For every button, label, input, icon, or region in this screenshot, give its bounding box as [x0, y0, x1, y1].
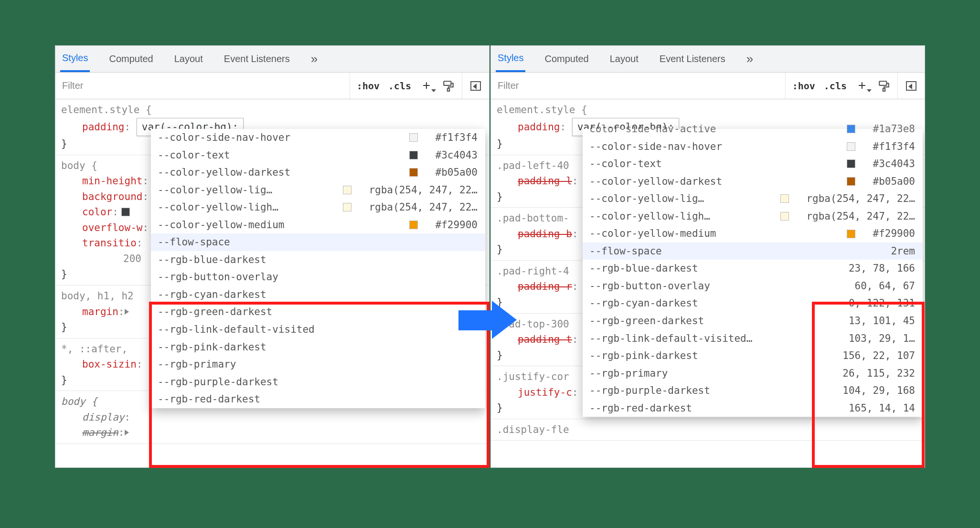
devtools-panel-after: StylesComputedLayoutEvent Listeners» Fil… — [490, 45, 925, 468]
tabstrip: StylesComputedLayoutEvent Listeners» — [55, 46, 489, 73]
color-swatch — [847, 159, 855, 168]
autocomplete-item[interactable]: --color-yellow-lig…rgba(254, 247, 22… — [583, 190, 923, 208]
color-swatch — [343, 203, 352, 211]
css-property[interactable]: margin — [82, 306, 118, 317]
autocomplete-item[interactable]: --rgb-link-default-visited — [151, 321, 485, 338]
autocomplete-item[interactable]: --rgb-primary26, 115, 232 — [583, 365, 923, 382]
autocomplete-item[interactable]: --rgb-pink-darkest — [151, 338, 485, 356]
tab-styles[interactable]: Styles — [60, 46, 90, 72]
tab-computed[interactable]: Computed — [543, 46, 590, 72]
color-swatch — [409, 133, 418, 142]
css-property[interactable]: padding-b — [518, 228, 572, 240]
more-tabs-icon[interactable]: » — [746, 52, 753, 66]
css-property[interactable]: display — [82, 412, 125, 423]
svg-rect-2 — [879, 81, 886, 85]
color-swatch[interactable] — [121, 208, 130, 216]
autocomplete-item[interactable]: --rgb-link-default-visited…103, 29, 1… — [583, 330, 923, 348]
autocomplete-item[interactable]: --rgb-blue-darkest — [151, 251, 485, 269]
css-property[interactable]: transitio — [82, 237, 137, 249]
css-property[interactable]: justify-c — [518, 387, 572, 398]
autocomplete-item[interactable]: --color-yellow-medium#f29900 — [583, 225, 923, 243]
tab-event-listeners[interactable]: Event Listeners — [658, 46, 727, 72]
paint-icon[interactable] — [877, 80, 891, 92]
autocomplete-item[interactable]: --color-text#3c4043 — [151, 147, 485, 164]
new-style-rule-button[interactable]: + — [855, 78, 869, 93]
styles-rules: element.style { padding: var(--color-bg)… — [55, 99, 489, 467]
autocomplete-item[interactable]: --rgb-button-overlay — [151, 268, 485, 286]
filter-input[interactable]: Filter — [55, 73, 350, 99]
toggle-sidebar-icon[interactable] — [905, 81, 918, 91]
autocomplete-item[interactable]: --rgb-primary — [151, 356, 485, 373]
color-swatch — [780, 194, 789, 203]
new-style-rule-button[interactable]: + — [420, 78, 433, 93]
autocomplete-item[interactable]: --flow-space — [151, 233, 485, 251]
cls-toggle[interactable]: .cls — [824, 80, 847, 92]
autocomplete-item[interactable]: --color-yellow-medium#f29900 — [151, 216, 485, 234]
autocomplete-item[interactable]: --rgb-green-darkest — [151, 303, 485, 321]
autocomplete-item[interactable]: --color-yellow-lig…rgba(254, 247, 22… — [151, 181, 485, 199]
tab-event-listeners[interactable]: Event Listeners — [222, 46, 292, 72]
color-swatch — [409, 221, 418, 229]
css-property[interactable]: color — [82, 206, 112, 218]
autocomplete-item[interactable]: --rgb-pink-darkest156, 22, 107 — [583, 347, 923, 365]
svg-rect-3 — [883, 88, 885, 91]
autocomplete-item[interactable]: --rgb-green-darkest13, 101, 45 — [583, 312, 923, 330]
color-swatch — [847, 177, 855, 186]
more-tabs-icon[interactable]: » — [311, 52, 318, 66]
devtools-panel-before: StylesComputedLayoutEvent Listeners» Fil… — [55, 45, 490, 468]
autocomplete-item[interactable]: --color-yellow-darkest#b05a00 — [151, 164, 485, 181]
autocomplete-item[interactable]: --rgb-purple-darkest — [151, 373, 485, 391]
svg-rect-1 — [447, 88, 449, 91]
autocomplete-item[interactable]: --color-yellow-darkest#b05a00 — [583, 173, 923, 190]
tab-layout[interactable]: Layout — [172, 46, 205, 72]
css-var-autocomplete[interactable]: --color-side-nav-hover#f1f3f4--color-tex… — [151, 129, 485, 408]
toggle-sidebar-icon[interactable] — [469, 81, 482, 91]
autocomplete-item[interactable]: --color-yellow-ligh…rgba(254, 247, 22… — [151, 199, 485, 216]
autocomplete-item[interactable]: --rgb-red-darkest — [151, 391, 485, 408]
autocomplete-item[interactable]: --rgb-purple-darkest104, 29, 168 — [583, 382, 923, 400]
paint-icon[interactable] — [442, 80, 455, 92]
cls-toggle[interactable]: .cls — [388, 80, 411, 92]
tab-computed[interactable]: Computed — [107, 46, 155, 72]
styles-rules: element.style { padding: var(--color-bg)… — [491, 99, 925, 467]
filter-bar: Filter :hov .cls + — [491, 73, 925, 99]
color-swatch — [780, 212, 789, 221]
color-swatch — [847, 142, 855, 151]
css-property[interactable]: padding-l — [518, 175, 572, 187]
tab-layout[interactable]: Layout — [608, 46, 640, 72]
filter-input[interactable]: Filter — [491, 73, 786, 99]
autocomplete-item[interactable]: --rgb-blue-darkest23, 78, 166 — [583, 260, 923, 277]
css-property[interactable]: padding-t — [518, 334, 572, 345]
css-property[interactable]: background — [82, 191, 142, 202]
autocomplete-item[interactable]: --rgb-button-overlay60, 64, 67 — [583, 277, 923, 295]
autocomplete-item[interactable]: --color-side-nav-hover#f1f3f4 — [583, 138, 923, 156]
autocomplete-item[interactable]: --rgb-cyan-darkest0, 122, 131 — [583, 295, 923, 312]
css-property[interactable]: margin — [82, 427, 118, 438]
color-swatch — [847, 125, 855, 133]
tab-styles[interactable]: Styles — [496, 46, 525, 72]
tabstrip: StylesComputedLayoutEvent Listeners» — [491, 46, 925, 73]
filter-bar: Filter :hov .cls + — [55, 73, 489, 99]
css-var-autocomplete[interactable]: color-side-nav-active#1a73e8--color-side… — [583, 129, 923, 417]
color-swatch — [343, 186, 352, 194]
hov-toggle[interactable]: :hov — [792, 80, 815, 92]
autocomplete-item[interactable]: --flow-space2rem — [583, 243, 923, 260]
svg-rect-0 — [444, 81, 451, 85]
autocomplete-item[interactable]: --color-side-nav-hover#f1f3f4 — [151, 129, 485, 147]
color-swatch — [847, 230, 855, 238]
hov-toggle[interactable]: :hov — [357, 80, 380, 92]
autocomplete-item[interactable]: --rgb-red-darkest165, 14, 14 — [583, 400, 923, 417]
css-property[interactable]: overflow-w — [82, 222, 142, 233]
color-swatch — [409, 168, 418, 177]
color-swatch — [409, 151, 418, 159]
autocomplete-item[interactable]: --color-text#3c4043 — [583, 155, 923, 173]
css-rule[interactable]: .display-fle — [491, 419, 925, 441]
autocomplete-item[interactable]: color-side-nav-active#1a73e8 — [583, 120, 923, 138]
autocomplete-item[interactable]: --color-yellow-ligh…rgba(254, 247, 22… — [583, 208, 923, 225]
autocomplete-item[interactable]: --rgb-cyan-darkest — [151, 286, 485, 304]
css-property[interactable]: padding-r — [518, 281, 572, 292]
css-property[interactable]: min-height — [82, 175, 142, 187]
css-property[interactable]: box-sizin — [82, 359, 137, 370]
